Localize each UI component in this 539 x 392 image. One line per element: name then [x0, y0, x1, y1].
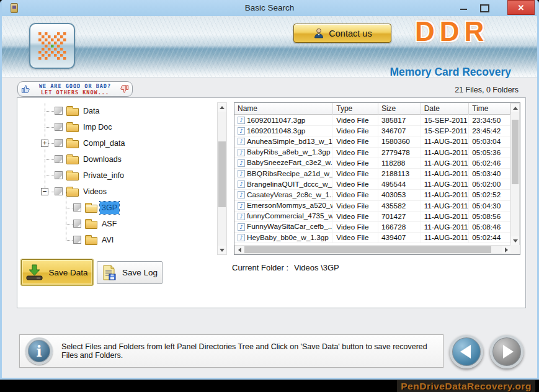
file-size-cell: 346707 — [378, 126, 421, 136]
file-name-text: BBQRibsRecipe_a21d_w_... — [247, 169, 333, 179]
file-name-cell: ♪HeyBaby_bb0e_w_1.3gp — [234, 233, 333, 243]
table-row[interactable]: ♪16092011048.3gpVideo File34670715-SEP-2… — [234, 126, 510, 136]
expand-icon[interactable]: + — [41, 140, 48, 147]
save-log-icon — [102, 265, 117, 281]
tree-checkbox[interactable] — [73, 220, 81, 228]
video-file-icon: ♪ — [238, 138, 245, 145]
file-type-cell: Video File — [333, 233, 378, 243]
file-name-cell: ♪BabyRibs_a8eb_w_1.3gp — [234, 148, 333, 158]
brand-logo: DDR — [415, 16, 489, 47]
forward-button[interactable] — [490, 335, 523, 368]
tree-checkbox[interactable] — [73, 203, 81, 212]
tree-checkbox[interactable] — [55, 139, 63, 147]
tree-checkbox[interactable] — [55, 155, 63, 163]
table-row[interactable]: ♪BrangelinaQUIT_dccc_w_...Video File4955… — [234, 179, 510, 190]
feedback-text: WE ARE GOOD OR BAD? LET OTHERS KNOW... — [32, 83, 118, 96]
tree-item-data[interactable]: Data — [21, 103, 217, 119]
tree-checkbox[interactable] — [55, 123, 63, 131]
minimize-button[interactable] — [456, 0, 472, 15]
close-button[interactable]: ✕ — [507, 0, 535, 15]
table-row[interactable]: ♪funnyCommercial_4735_w...Video File7014… — [234, 212, 510, 222]
file-name-text: EmersonMommys_a520_w... — [247, 201, 333, 211]
column-header-time[interactable]: Time — [469, 103, 510, 115]
maximize-button[interactable] — [476, 0, 492, 15]
tree-item-videos[interactable]: −Videos — [21, 184, 217, 200]
table-horizontal-scrollbar[interactable] — [234, 245, 511, 254]
tree-item-asf[interactable]: ASF — [21, 216, 217, 232]
column-header-type[interactable]: Type — [333, 103, 378, 115]
tree-vertical-scrollbar[interactable] — [217, 102, 227, 255]
scroll-down-icon[interactable] — [511, 236, 519, 245]
file-size-cell: 435582 — [378, 201, 421, 211]
save-data-button[interactable]: Save Data — [21, 259, 93, 285]
table-row[interactable]: ♪AnuheaSimple_bd13_w_1...Video File15803… — [234, 136, 510, 147]
table-row[interactable]: ♪HeyBaby_bb0e_w_1.3gpVideo File43940711-… — [234, 233, 510, 243]
save-log-button[interactable]: Save Log — [97, 261, 163, 284]
file-time-cell: 05:02:52 — [469, 190, 510, 200]
scroll-right-icon[interactable] — [502, 246, 510, 254]
tree-item-avi[interactable]: AVI — [21, 232, 217, 248]
scroll-down-icon[interactable] — [218, 246, 226, 254]
file-name-cell: ♪FunnyWaySitaCar_cefb_... — [234, 222, 333, 232]
file-table: NameTypeSizeDateTime ♪16092011047.3gpVid… — [234, 102, 520, 255]
current-folder-label: Current Folder : — [232, 263, 288, 272]
tree-checkbox[interactable] — [55, 171, 63, 179]
file-name-text: HeyBaby_bb0e_w_1.3gp — [247, 233, 329, 243]
tree-item-downloads[interactable]: Downloads — [21, 151, 217, 167]
tree-item-label: Imp Doc — [81, 119, 114, 135]
tree-scrollbar-thumb[interactable] — [218, 141, 226, 207]
folder-icon — [85, 237, 97, 245]
table-row[interactable]: ♪EmersonMommys_a520_w...Video File435582… — [234, 201, 510, 212]
contact-us-button[interactable]: Contact us — [293, 24, 391, 43]
tree-item-label: Videos — [81, 184, 109, 200]
table-row[interactable]: ♪BabySneezeFart_c3e2_w...Video File11828… — [234, 158, 510, 169]
column-header-date[interactable]: Date — [421, 103, 470, 115]
column-header-name[interactable]: Name — [234, 103, 333, 115]
back-button[interactable] — [450, 335, 483, 368]
table-row[interactable]: ♪BBQRibsRecipe_a21d_w_...Video File21881… — [234, 169, 510, 179]
feedback-button[interactable]: WE ARE GOOD OR BAD? LET OTHERS KNOW... — [17, 81, 133, 97]
tree-item-3gp[interactable]: 3GP — [21, 200, 217, 216]
file-time-cell: 05:08:56 — [469, 212, 510, 221]
file-name-text: funnyCommercial_4735_w... — [247, 212, 333, 221]
app-logo-button[interactable] — [29, 23, 75, 69]
file-time-cell: 05:02:46 — [469, 158, 510, 168]
table-hscrollbar-thumb[interactable] — [244, 246, 491, 253]
table-row[interactable]: ♪16092011047.3gpVideo File38581715-SEP-2… — [234, 115, 510, 126]
tree-checkbox[interactable] — [55, 187, 63, 195]
tree-checkbox[interactable] — [55, 107, 63, 115]
table-row[interactable]: ♪FunnyWaySitaCar_cefb_...Video File16672… — [234, 222, 510, 233]
scroll-up-icon[interactable] — [511, 104, 519, 112]
file-date-cell: 11-AUG-2011 — [421, 233, 470, 243]
table-row[interactable]: ♪BabyRibs_a8eb_w_1.3gpVideo File27794781… — [234, 148, 510, 158]
tree-item-private-info[interactable]: Private_info — [21, 167, 217, 184]
file-time-cell: 05:03:04 — [469, 136, 510, 146]
file-time-cell: 05:08:46 — [469, 222, 510, 232]
folder-icon — [66, 108, 79, 116]
file-size-cell: 701427 — [378, 212, 421, 221]
table-vscrollbar-thumb[interactable] — [512, 120, 519, 184]
file-date-cell: 15-SEP-2011 — [421, 115, 470, 125]
column-header-size[interactable]: Size — [378, 103, 421, 115]
collapse-icon[interactable]: − — [41, 188, 48, 195]
table-vertical-scrollbar[interactable] — [510, 103, 520, 246]
tree-item-imp-doc[interactable]: Imp Doc — [21, 119, 217, 135]
tree-item-compl-data[interactable]: +Compl_data — [21, 135, 217, 151]
file-type-cell: Video File — [333, 115, 378, 125]
scroll-left-icon[interactable] — [235, 246, 244, 254]
file-name-text: CasateyVeras_2c8c_w_1.... — [247, 190, 333, 200]
tree-checkbox[interactable] — [73, 236, 81, 244]
video-file-icon: ♪ — [238, 234, 245, 241]
table-row[interactable]: ♪CasateyVeras_2c8c_w_1....Video File4030… — [234, 190, 510, 200]
file-name-text: FunnyWaySitaCar_cefb_... — [247, 222, 333, 232]
file-name-text: BabyRibs_a8eb_w_1.3gp — [247, 148, 330, 158]
directory-tree: DataImp Doc+Compl_dataDownloadsPrivate_i… — [21, 103, 217, 254]
info-message: Select Files and Folders from left Panel… — [61, 342, 443, 360]
video-file-icon: ♪ — [238, 117, 245, 124]
screen: Basic Search ✕ — [0, 0, 539, 392]
file-name-cell: ♪BBQRibsRecipe_a21d_w_... — [234, 169, 333, 179]
main-panel: DataImp Doc+Compl_dataDownloadsPrivate_i… — [17, 97, 526, 308]
product-name: Memory Card Recovery — [390, 66, 512, 79]
feedback-line1: WE ARE GOOD OR BAD? — [32, 83, 118, 89]
scroll-up-icon[interactable] — [218, 103, 226, 112]
